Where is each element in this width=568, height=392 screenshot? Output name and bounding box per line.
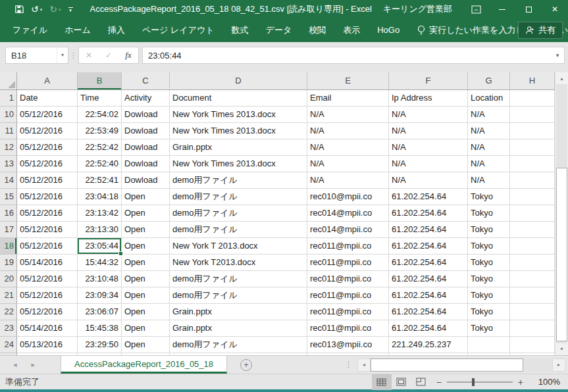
previous-sheet-icon[interactable]: ◂ [13, 360, 17, 369]
cell-B20[interactable]: 23:10:48 [78, 271, 122, 287]
cell-C14[interactable]: Dowload [122, 172, 170, 189]
scroll-left-icon[interactable]: ◂ [357, 358, 371, 372]
cell-H17[interactable] [510, 222, 555, 238]
cell-G11[interactable]: N/A [468, 123, 510, 139]
cell-F22[interactable]: 61.202.254.64 [389, 304, 468, 320]
horizontal-scrollbar[interactable]: ◂ ▸ [357, 358, 565, 372]
cell-G24[interactable] [468, 337, 510, 353]
cell-A15[interactable]: 05/12/2016 [17, 189, 78, 205]
cell-A17[interactable]: 05/12/2016 [17, 222, 78, 238]
cell-partial-H[interactable] [510, 353, 555, 355]
cell-G21[interactable]: Tokyo [468, 287, 510, 304]
page-layout-view-button[interactable] [392, 374, 411, 390]
undo-dropdown-icon[interactable]: ▾ [40, 7, 43, 12]
cell-G14[interactable]: N/A [468, 172, 510, 189]
cell-A23[interactable]: 05/14/2016 [17, 320, 78, 337]
cell-G15[interactable]: Tokyo [468, 189, 510, 205]
cell-E21[interactable]: rec011@mpii.co [307, 287, 389, 304]
cell-A12[interactable]: 05/12/2016 [17, 139, 78, 156]
cell-C18[interactable]: Open [122, 238, 170, 255]
cell-E11[interactable]: N/A [307, 123, 389, 139]
ribbon-tab-7[interactable]: 表示 [334, 18, 369, 42]
ribbon-tab-1[interactable]: ホーム [56, 18, 99, 42]
cell-B11[interactable]: 22:53:49 [78, 123, 122, 139]
scroll-down-icon[interactable]: ▾ [556, 343, 567, 355]
cell-F20[interactable]: 61.202.254.64 [389, 271, 468, 287]
name-box-dropdown-icon[interactable]: ▾ [57, 47, 68, 63]
insert-function-button[interactable]: fx [118, 47, 138, 63]
cell-H15[interactable] [510, 189, 555, 205]
cell-F16[interactable]: 61.202.254.64 [389, 205, 468, 222]
zoom-level[interactable]: 100% [529, 377, 560, 387]
cell-D24[interactable]: demo用ファイル [170, 337, 307, 353]
cell-B17[interactable]: 23:13:30 [78, 222, 122, 238]
cell-C15[interactable]: Open [122, 189, 170, 205]
cell-D23[interactable]: Grain.pptx [170, 320, 307, 337]
cell-B21[interactable]: 23:09:34 [78, 287, 122, 304]
cell-G18[interactable]: Tokyo [468, 238, 510, 255]
row-header-10[interactable]: 10 [0, 107, 17, 123]
row-header-18[interactable]: 18 [0, 238, 17, 255]
ribbon-tab-4[interactable]: 数式 [223, 18, 257, 42]
cell-A24[interactable]: 05/13/2016 [17, 337, 78, 353]
cell-C20[interactable]: Open [122, 271, 170, 287]
maximize-button[interactable] [515, 0, 542, 18]
cell-partial-F[interactable] [389, 353, 468, 355]
cell-C23[interactable]: Open [122, 320, 170, 337]
cell-C22[interactable]: Open [122, 304, 170, 320]
column-header-H[interactable]: H [510, 72, 555, 89]
expand-formula-bar-icon[interactable]: ▾ [551, 52, 564, 59]
cell-G1[interactable]: Location [468, 90, 510, 107]
cell-A13[interactable]: 05/12/2016 [17, 156, 78, 172]
row-header-13[interactable]: 13 [0, 156, 17, 172]
cell-C19[interactable]: Open [122, 255, 170, 271]
cell-H14[interactable] [510, 172, 555, 189]
cell-E14[interactable]: N/A [307, 172, 389, 189]
cell-G12[interactable]: N/A [468, 139, 510, 156]
close-button[interactable]: ✕ [542, 0, 568, 18]
cell-partial-C[interactable] [122, 353, 170, 355]
cell-partial-A[interactable] [17, 353, 78, 355]
cell-E12[interactable]: N/A [307, 139, 389, 156]
row-header-20[interactable]: 20 [0, 271, 17, 287]
row-header-24[interactable]: 24 [0, 337, 17, 353]
cancel-entry-button[interactable]: ✕ [79, 47, 99, 63]
cell-B13[interactable]: 22:52:40 [78, 156, 122, 172]
cell-A11[interactable]: 05/12/2016 [17, 123, 78, 139]
row-header-11[interactable]: 11 [0, 123, 17, 139]
row-header-16[interactable]: 16 [0, 205, 17, 222]
cell-B12[interactable]: 22:52:42 [78, 139, 122, 156]
cell-partial-D[interactable] [170, 353, 307, 355]
cell-A21[interactable]: 05/12/2016 [17, 287, 78, 304]
ribbon-tab-2[interactable]: 挿入 [99, 18, 134, 42]
save-button[interactable] [14, 5, 24, 14]
cell-D11[interactable]: New York Times 2013.docx [170, 123, 307, 139]
cell-A14[interactable]: 05/12/2016 [17, 172, 78, 189]
cell-F15[interactable]: 61.202.254.64 [389, 189, 468, 205]
cell-G17[interactable]: Tokyo [468, 222, 510, 238]
cell-D16[interactable]: demo用ファイル [170, 205, 307, 222]
horizontal-scroll-track[interactable] [523, 358, 552, 372]
cell-C17[interactable]: Open [122, 222, 170, 238]
cell-H12[interactable] [510, 139, 555, 156]
row-header-partial[interactable] [0, 353, 17, 355]
signed-in-user[interactable]: キーリング営業部 [383, 3, 452, 15]
sheet-tab-active[interactable]: AccessPackageReport_2016_05_18 [61, 356, 227, 374]
zoom-in-button[interactable]: + [513, 377, 529, 387]
vertical-scrollbar[interactable]: ▴ ▾ [555, 72, 568, 355]
cell-E18[interactable]: rec011@mpii.co [307, 238, 389, 255]
column-header-B[interactable]: B [78, 72, 122, 89]
row-header-1[interactable]: 1 [0, 90, 17, 107]
cell-D15[interactable]: demo用ファイル [170, 189, 307, 205]
cell-C24[interactable]: Open [122, 337, 170, 353]
cell-B18[interactable]: 23:05:44 [78, 238, 122, 255]
cell-H19[interactable] [510, 255, 555, 271]
cell-D20[interactable]: demo用ファイル [170, 271, 307, 287]
cell-H16[interactable] [510, 205, 555, 222]
cell-D17[interactable]: demo用ファイル [170, 222, 307, 238]
row-header-15[interactable]: 15 [0, 189, 17, 205]
row-header-22[interactable]: 22 [0, 304, 17, 320]
cell-D14[interactable]: demo用ファイル [170, 172, 307, 189]
ribbon-tab-3[interactable]: ページ レイアウト [134, 18, 223, 42]
cell-partial-B[interactable] [78, 353, 122, 355]
